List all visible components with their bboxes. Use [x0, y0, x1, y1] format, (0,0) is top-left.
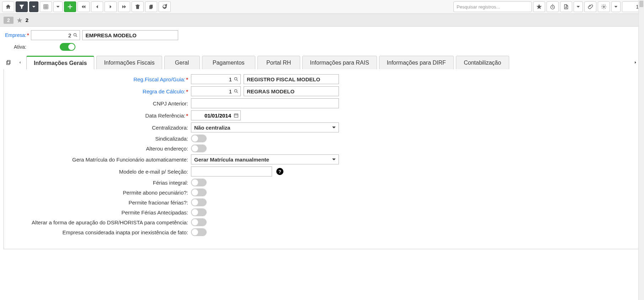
reg-fiscal-desc: REGISTRO FISCAL MODELO — [244, 74, 339, 84]
sindicalizada-label: Sindicalizada: — [10, 136, 188, 142]
vertical-scrollbar[interactable] — [638, 0, 644, 253]
empresa-inapta-toggle[interactable] — [191, 228, 207, 236]
record-id: 2 — [26, 17, 28, 23]
settings-dropdown[interactable] — [611, 1, 621, 12]
alterou-endereco-label: Alterou endereço: — [10, 146, 188, 152]
empresa-code-input[interactable] — [31, 30, 80, 40]
timer-button[interactable] — [547, 1, 559, 12]
permite-abono-toggle[interactable] — [191, 189, 207, 196]
alterar-dsr-label: Alterar a forma de apuração do DSR/HORIS… — [10, 219, 188, 225]
data-ref-input[interactable] — [191, 110, 241, 120]
double-chevron-left-icon — [81, 4, 86, 10]
export-button[interactable] — [560, 1, 572, 12]
centralizadora-value: Não centraliza — [194, 125, 230, 131]
cnpj-anterior-input[interactable] — [191, 98, 339, 108]
alterou-endereco-toggle[interactable] — [191, 144, 207, 152]
data-ref-label: Data Referência:* — [10, 113, 188, 119]
centralizadora-label: Centralizadora: — [10, 125, 188, 131]
gear-icon — [601, 4, 607, 10]
caret-down-icon — [613, 4, 619, 10]
details-panel: Reg.Fiscal Apro/Guia:* REGISTRO FISCAL M… — [4, 69, 640, 249]
tab-pagamentos[interactable]: Pagamentos — [202, 56, 255, 69]
ativa-toggle[interactable] — [60, 43, 75, 51]
refresh-button[interactable] — [159, 1, 171, 12]
caret-down-icon — [332, 127, 336, 129]
refresh-icon — [162, 4, 167, 10]
permite-fracionar-toggle[interactable] — [191, 198, 207, 206]
chevron-left-icon — [94, 4, 100, 10]
tabs-bar: Informações Gerais Informações Fiscais G… — [0, 56, 644, 69]
search-field — [453, 1, 532, 12]
centralizadora-select[interactable]: Não centraliza — [191, 122, 339, 132]
search-icon — [524, 4, 529, 10]
empresa-name-display: EMPRESA MODELO — [82, 30, 178, 40]
tabs-scroll-left[interactable] — [15, 58, 25, 67]
first-button[interactable] — [78, 1, 90, 12]
permite-antecipadas-label: Permite Férias Antecipadas: — [10, 209, 188, 216]
chevron-right-icon — [108, 4, 113, 10]
caret-down-icon — [55, 4, 61, 10]
empresa-inapta-label: Empresa considerada inapta por inexistên… — [10, 229, 188, 235]
cnpj-anterior-label: CNPJ Anterior: — [10, 100, 188, 107]
svg-point-2 — [603, 6, 605, 7]
caret-down-icon — [332, 159, 336, 160]
regra-calc-code-input[interactable] — [191, 86, 241, 96]
paperclip-icon — [587, 4, 593, 10]
reg-fiscal-label: Reg.Fiscal Apro/Guia:* — [10, 76, 188, 82]
tab-informacoes-dirf[interactable]: Informações para DIRF — [379, 56, 454, 69]
search-input[interactable] — [453, 1, 532, 12]
sindicalizada-toggle[interactable] — [191, 135, 207, 142]
gera-matricula-select[interactable]: Gerar Matrícula manualmente — [191, 154, 339, 164]
favorites-button[interactable] — [533, 1, 545, 12]
settings-button[interactable] — [598, 1, 610, 12]
svg-point-0 — [525, 5, 528, 8]
add-button[interactable] — [64, 1, 76, 12]
help-icon[interactable]: ? — [276, 168, 283, 175]
caret-down-icon — [31, 4, 37, 10]
plus-icon — [67, 4, 73, 10]
star-icon — [536, 4, 542, 10]
filter-button[interactable] — [16, 1, 28, 12]
permite-abono-label: Permite abono pecuniário?: — [10, 190, 188, 196]
prev-button[interactable] — [91, 1, 103, 12]
gera-matricula-value: Gerar Matrícula manualmente — [194, 157, 269, 163]
duplicate-tab-button[interactable] — [4, 58, 14, 67]
svg-rect-4 — [7, 60, 10, 64]
tab-portal-rh[interactable]: Portal RH — [257, 56, 300, 69]
tab-contabilizacao[interactable]: Contabilização — [456, 56, 509, 69]
home-icon — [5, 4, 11, 10]
svg-rect-5 — [7, 61, 10, 65]
next-button[interactable] — [105, 1, 117, 12]
tab-informacoes-rais[interactable]: Informações para RAIS — [302, 56, 377, 69]
alterar-dsr-toggle[interactable] — [191, 218, 207, 226]
export-dropdown[interactable] — [574, 1, 583, 12]
grid-dropdown[interactable] — [53, 1, 63, 12]
tab-geral[interactable]: Geral — [164, 56, 200, 69]
svg-rect-8 — [234, 114, 238, 117]
permite-antecipadas-toggle[interactable] — [191, 208, 207, 216]
copy-icon — [6, 60, 11, 65]
copy-button[interactable] — [145, 1, 157, 12]
tab-informacoes-fiscais[interactable]: Informações Fiscais — [96, 56, 162, 69]
delete-button[interactable] — [132, 1, 144, 12]
empresa-label: Empresa:* — [5, 32, 29, 38]
reg-fiscal-code-input[interactable] — [191, 74, 241, 84]
attachment-button[interactable] — [584, 1, 596, 12]
stopwatch-icon — [550, 4, 555, 10]
favorite-toggle[interactable]: ★ — [16, 17, 23, 24]
filter-dropdown[interactable] — [29, 1, 38, 12]
grid-icon — [43, 4, 49, 10]
funnel-icon — [19, 4, 25, 10]
modelo-email-input[interactable] — [191, 167, 272, 176]
modelo-email-label: Modelo de e-mail p/ Seleção: — [10, 169, 188, 175]
tab-informacoes-gerais[interactable]: Informações Gerais — [26, 56, 94, 69]
grid-button[interactable] — [40, 1, 52, 12]
ferias-integral-label: Férias integral: — [10, 180, 188, 186]
regra-calc-label: Regra de Cálculo:* — [10, 88, 188, 94]
ferias-integral-toggle[interactable] — [191, 179, 207, 186]
home-button[interactable] — [2, 1, 14, 12]
caret-down-icon — [575, 4, 581, 10]
record-bar: 2 ★ 2 — [0, 14, 644, 27]
last-button[interactable] — [118, 1, 130, 12]
scrollbar-thumb[interactable] — [639, 1, 643, 7]
